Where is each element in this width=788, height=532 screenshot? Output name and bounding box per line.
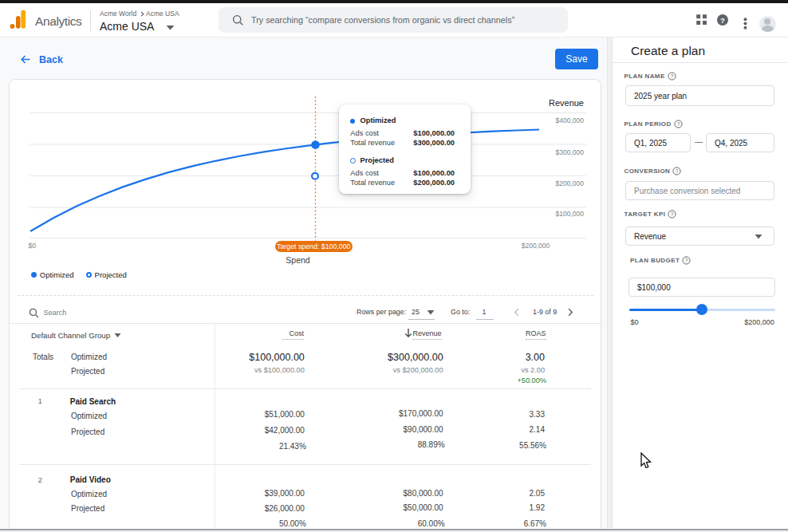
svg-text:?: ?	[670, 73, 673, 79]
svg-text:?: ?	[685, 258, 688, 263]
svg-text:?: ?	[676, 168, 679, 174]
svg-text:?: ?	[676, 121, 680, 127]
svg-text:?: ?	[671, 211, 674, 217]
